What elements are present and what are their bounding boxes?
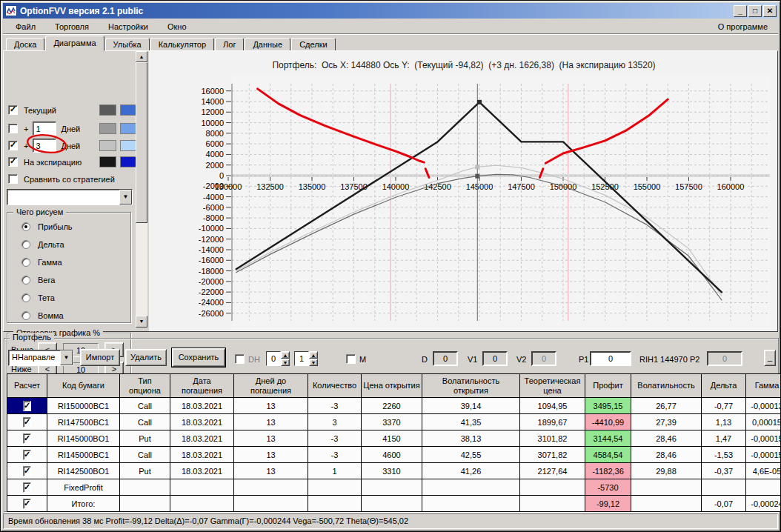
table-cell[interactable]: 13 (234, 414, 308, 430)
table-cell[interactable]: 18.03.2021 (170, 430, 234, 447)
table-cell[interactable]: 18.03.2021 (170, 463, 234, 479)
table-cell[interactable]: 3101,82 (520, 430, 585, 447)
table-cell[interactable] (120, 496, 170, 512)
column-header[interactable]: Расчет (7, 374, 47, 398)
column-header[interactable]: Код бумаги (47, 374, 120, 398)
table-cell[interactable]: 41,35 (422, 414, 520, 430)
table-cell[interactable]: RI147500BC1 (47, 414, 120, 430)
column-header[interactable]: Цена открытия (362, 374, 422, 398)
radio-vomma-circle[interactable] (21, 311, 30, 320)
table-cell[interactable]: -0,00013 (746, 398, 781, 414)
checkbox-plus3-days[interactable] (8, 141, 18, 150)
table-cell[interactable]: Put (120, 430, 170, 447)
column-header[interactable]: Теоретическая цена (520, 374, 585, 398)
row-calc-checkbox[interactable] (23, 433, 31, 444)
scroll-up-icon[interactable]: ▲ (136, 51, 147, 62)
save-button[interactable]: Сохранить (172, 348, 225, 367)
table-cell[interactable]: -0,37 (702, 463, 746, 479)
v2-input[interactable]: 0 (531, 351, 556, 366)
table-cell[interactable] (234, 496, 308, 512)
table-cell[interactable]: 42,55 (422, 447, 520, 463)
table-cell[interactable]: -3 (308, 430, 362, 447)
dh-spinner2-value[interactable]: 1 (294, 351, 309, 366)
row-calc-checkbox-cell[interactable] (7, 479, 47, 496)
table-cell[interactable]: 18.03.2021 (170, 447, 234, 463)
table-cell[interactable]: Put (120, 463, 170, 479)
table-cell[interactable] (746, 479, 781, 496)
menu-trading[interactable]: Торговля (48, 20, 96, 33)
radio-gamma[interactable]: Гамма (21, 258, 62, 267)
menu-about[interactable]: О программе (708, 20, 778, 33)
row-calc-checkbox-cell[interactable] (7, 398, 47, 414)
table-cell[interactable] (631, 479, 702, 496)
m-checkbox[interactable] (346, 354, 356, 364)
table-cell[interactable]: 1094,95 (520, 398, 585, 414)
swatch-plus3-fill[interactable] (120, 140, 137, 151)
dh-spinner2-arrows[interactable]: ▲▼ (309, 351, 318, 366)
table-cell[interactable]: -1182,36 (585, 463, 631, 479)
v1-input[interactable]: 0 (482, 351, 508, 366)
swatch-expiration-fill[interactable] (120, 156, 137, 167)
checkbox-plus1-days[interactable] (8, 124, 18, 133)
table-cell[interactable]: -0,00015 (746, 430, 781, 447)
scrollbar-thumb[interactable] (136, 62, 147, 223)
table-cell[interactable] (631, 496, 702, 512)
table-cell[interactable]: RI142500BO1 (47, 463, 120, 479)
row-calc-checkbox-cell[interactable] (7, 430, 47, 447)
table-cell[interactable]: 3 (308, 414, 362, 430)
table-cell[interactable]: 38,13 (422, 430, 520, 447)
table-cell[interactable]: 41,26 (422, 463, 520, 479)
column-header[interactable]: Дней до погашения (234, 374, 308, 398)
table-cell[interactable]: 27,39 (631, 414, 702, 430)
column-header[interactable]: Волатильность (631, 374, 702, 398)
radio-delta[interactable]: Дельта (21, 240, 64, 249)
swatch-plus1-line[interactable] (99, 123, 116, 134)
menu-settings[interactable]: Настройки (102, 20, 155, 33)
table-cell[interactable]: 4150 (362, 430, 422, 447)
chart-canvas[interactable]: 1600014000120001000080006000400020000-20… (160, 44, 775, 331)
dh-checkbox[interactable] (235, 354, 245, 364)
table-cell[interactable]: 13 (234, 398, 308, 414)
p1-input[interactable]: 0 (590, 351, 631, 366)
table-cell[interactable] (520, 479, 585, 496)
table-cell[interactable]: 29,88 (631, 463, 702, 479)
left-panel-scrollbar[interactable]: ▲ ▼ (136, 51, 147, 327)
table-cell[interactable] (234, 479, 308, 496)
radio-vomma[interactable]: Вомма (21, 311, 64, 320)
swatch-current-line[interactable] (99, 104, 116, 116)
column-header[interactable]: Профит (585, 374, 631, 398)
chevron-down-icon[interactable]: ▼ (60, 350, 73, 365)
tab-smile[interactable]: Улыбка (105, 38, 150, 51)
row-calc-checkbox[interactable] (23, 417, 31, 428)
table-cell[interactable]: Итого: (47, 496, 120, 512)
table-cell[interactable]: 28,46 (631, 430, 702, 447)
table-cell[interactable] (422, 496, 520, 512)
table-cell[interactable]: 3144,54 (585, 430, 631, 447)
column-header[interactable]: Дата погашения (170, 374, 234, 398)
table-cell[interactable]: Call (120, 447, 170, 463)
p2-input[interactable]: 0 (707, 351, 742, 366)
table-cell[interactable]: Call (120, 398, 170, 414)
table-cell[interactable] (308, 496, 362, 512)
radio-profit[interactable]: Прибыль (21, 222, 73, 231)
dh-spinner1-value[interactable]: 0 (266, 351, 281, 366)
delete-button[interactable]: Удалить (125, 349, 167, 366)
table-cell[interactable]: -0,00024 (746, 496, 781, 512)
table-cell[interactable]: RI150000BC1 (47, 398, 120, 414)
table-cell[interactable] (422, 479, 520, 496)
table-cell[interactable]: 18.03.2021 (170, 398, 234, 414)
dh-spinner1-arrows[interactable]: ▲▼ (281, 351, 290, 366)
table-cell[interactable]: 4600 (362, 447, 422, 463)
table-cell[interactable]: 2127,64 (520, 463, 585, 479)
table-cell[interactable]: 18.03.2021 (170, 414, 234, 430)
strategy-dropdown[interactable]: ▼ (7, 189, 133, 205)
table-cell[interactable]: 3310 (362, 463, 422, 479)
swatch-plus1-fill[interactable] (120, 123, 137, 134)
row-calc-checkbox-cell[interactable] (7, 447, 47, 463)
table-cell[interactable]: -3 (308, 447, 362, 463)
table-cell[interactable] (702, 479, 746, 496)
table-cell[interactable]: 13 (234, 430, 308, 447)
radio-theta-circle[interactable] (21, 293, 30, 302)
column-header[interactable]: Волатильность открытия (422, 374, 520, 398)
menu-window[interactable]: Окно (161, 20, 193, 33)
